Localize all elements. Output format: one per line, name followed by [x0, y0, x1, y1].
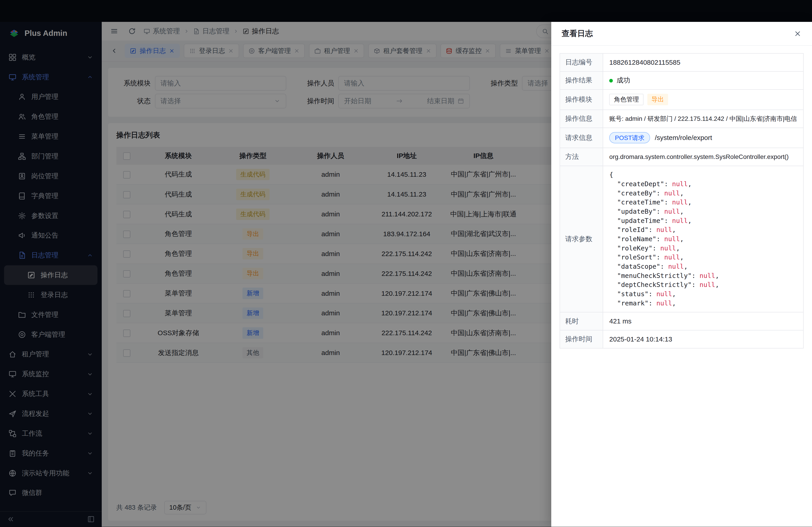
field-time: 操作时间 2025-01-24 10:14:13 [560, 330, 803, 348]
duration-value: 421 ms [603, 312, 803, 330]
operation-type-tag: 导出 [647, 94, 668, 105]
field-label: 请求参数 [560, 166, 603, 312]
field-duration: 耗时 421 ms [560, 312, 803, 330]
field-label: 操作模块 [560, 90, 603, 110]
field-request: 请求信息 POST请求/system/role/export [560, 128, 803, 148]
log-detail-table: 日志编号 1882612840802115585 操作结果 成功 操作模块 角色… [560, 53, 804, 348]
module-tag: 角色管理 [609, 94, 643, 105]
log-id-value: 1882612840802115585 [603, 54, 803, 72]
field-request-params: 请求参数 { "createDept": null, "createBy": n… [560, 166, 803, 312]
operation-info-value: 账号: admin / 研发部门 / 222.175.114.242 / 中国|… [603, 110, 803, 128]
field-module: 操作模块 角色管理 导出 [560, 90, 803, 110]
success-status-dot [609, 79, 613, 82]
field-label: 耗时 [560, 312, 603, 330]
field-label: 方法 [560, 148, 603, 166]
field-result: 操作结果 成功 [560, 72, 803, 90]
field-info: 操作信息 账号: admin / 研发部门 / 222.175.114.242 … [560, 110, 803, 128]
field-log-id: 日志编号 1882612840802115585 [560, 54, 803, 72]
view-log-drawer: 查看日志 日志编号 1882612840802115585 操作结果 成功 操作… [551, 22, 812, 527]
field-label: 请求信息 [560, 128, 603, 148]
request-params-json[interactable]: { "createDept": null, "createBy": null, … [609, 170, 798, 308]
drawer-body: 日志编号 1882612840802115585 操作结果 成功 操作模块 角色… [551, 46, 812, 356]
field-label: 操作时间 [560, 330, 603, 348]
drawer-title: 查看日志 [562, 28, 593, 39]
operation-time-value: 2025-01-24 10:14:13 [603, 330, 803, 348]
app-window: Plus Admin 概览 系统管理 用户管理 角色管理 菜单管理 部门管理 岗… [0, 0, 812, 527]
field-label: 日志编号 [560, 54, 603, 72]
http-method-tag: POST请求 [609, 132, 650, 144]
top-black-bar [0, 0, 812, 22]
result-value: 成功 [617, 76, 630, 84]
request-url: /system/role/export [655, 134, 712, 141]
method-value: org.dromara.system.controller.system.Sys… [603, 148, 803, 166]
field-label: 操作信息 [560, 110, 603, 128]
close-icon[interactable] [794, 30, 802, 37]
drawer-header: 查看日志 [551, 22, 812, 46]
field-method: 方法 org.dromara.system.controller.system.… [560, 148, 803, 166]
field-label: 操作结果 [560, 72, 603, 90]
